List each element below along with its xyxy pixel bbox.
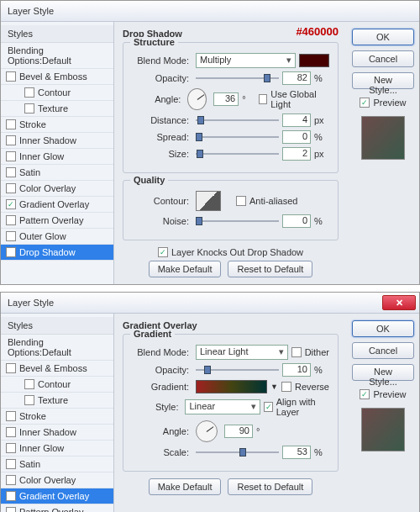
opacity-slider[interactable] xyxy=(196,364,279,376)
size-input[interactable]: 2 xyxy=(282,147,311,161)
sidebar-item-drop-shadow[interactable]: ✓Drop Shadow xyxy=(1,245,113,261)
effect-checkbox[interactable] xyxy=(6,183,16,193)
sidebar-blending-header[interactable]: Blending Options:Default xyxy=(1,335,113,361)
sidebar-item-inner-glow[interactable]: Inner Glow xyxy=(1,149,113,165)
sidebar-item-satin[interactable]: Satin xyxy=(1,165,113,181)
sidebar-item-bevel-emboss[interactable]: Bevel & Emboss xyxy=(1,361,113,377)
effect-checkbox[interactable] xyxy=(6,363,16,373)
ok-button[interactable]: OK xyxy=(352,320,414,337)
angle-input[interactable]: 90 xyxy=(224,425,253,438)
make-default-button[interactable]: Make Default xyxy=(149,261,222,277)
effect-checkbox[interactable] xyxy=(6,427,16,437)
effect-checkbox[interactable] xyxy=(6,507,16,512)
effect-checkbox[interactable] xyxy=(6,475,16,485)
cancel-button[interactable]: Cancel xyxy=(352,50,414,67)
effect-checkbox[interactable]: ✓ xyxy=(6,491,16,501)
new-style-button[interactable]: New Style... xyxy=(352,364,414,381)
distance-input[interactable]: 4 xyxy=(282,113,311,127)
reverse-checkbox[interactable] xyxy=(281,382,291,392)
scale-slider[interactable] xyxy=(196,446,279,458)
knockout-checkbox[interactable]: ✓ xyxy=(158,247,168,257)
preview-checkbox[interactable]: ✓ xyxy=(360,389,370,399)
reset-default-button[interactable]: Reset to Default xyxy=(228,261,312,277)
cancel-button[interactable]: Cancel xyxy=(352,342,414,359)
sidebar-item-satin[interactable]: Satin xyxy=(1,457,113,472)
sidebar-item-contour[interactable]: Contour xyxy=(1,85,113,101)
contour-picker[interactable] xyxy=(196,191,221,211)
preview-swatch xyxy=(361,408,405,451)
sidebar-item-inner-shadow[interactable]: Inner Shadow xyxy=(1,425,113,441)
use-global-light-checkbox[interactable] xyxy=(259,94,268,104)
new-style-button[interactable]: New Style... xyxy=(352,72,414,89)
sidebar-item-pattern-overlay[interactable]: Pattern Overlay xyxy=(1,504,113,512)
noise-slider[interactable] xyxy=(196,215,279,227)
effect-checkbox[interactable] xyxy=(24,87,34,98)
angle-wheel[interactable] xyxy=(187,88,207,110)
effect-checkbox[interactable] xyxy=(6,71,16,82)
reset-default-button[interactable]: Reset to Default xyxy=(228,478,312,495)
ok-button[interactable]: OK xyxy=(352,29,414,45)
sidebar-item-label: Inner Shadow xyxy=(19,135,76,145)
sidebar-item-pattern-overlay[interactable]: Pattern Overlay xyxy=(1,213,113,229)
preview-checkbox[interactable]: ✓ xyxy=(360,98,370,108)
sidebar-styles-header[interactable]: Styles xyxy=(1,25,113,43)
effect-checkbox[interactable] xyxy=(6,135,16,145)
effect-checkbox[interactable] xyxy=(24,395,34,405)
sidebar-item-inner-glow[interactable]: Inner Glow xyxy=(1,441,113,457)
effect-checkbox[interactable]: ✓ xyxy=(6,247,16,257)
effect-checkbox[interactable] xyxy=(24,379,34,389)
effect-checkbox[interactable] xyxy=(6,443,16,453)
sidebar-item-label: Pattern Overlay xyxy=(19,215,83,225)
effect-checkbox[interactable] xyxy=(6,231,16,241)
effect-checkbox[interactable]: ✓ xyxy=(6,199,16,209)
dither-checkbox[interactable] xyxy=(291,347,302,357)
sidebar-item-stroke[interactable]: Stroke xyxy=(1,117,113,133)
sidebar-item-contour[interactable]: Contour xyxy=(1,377,113,393)
effect-checkbox[interactable] xyxy=(6,215,16,225)
sidebar-item-texture[interactable]: Texture xyxy=(1,101,113,117)
sidebar-item-color-overlay[interactable]: Color Overlay xyxy=(1,181,113,197)
close-icon[interactable]: ✕ xyxy=(382,295,416,310)
blend-mode-combo[interactable]: Linear Light xyxy=(196,345,288,360)
noise-input[interactable]: 0 xyxy=(282,214,311,228)
angle-wheel[interactable] xyxy=(196,420,218,442)
scale-input[interactable]: 53 xyxy=(282,446,311,459)
spread-input[interactable]: 0 xyxy=(282,130,311,144)
effect-checkbox[interactable] xyxy=(6,167,16,177)
effect-checkbox[interactable] xyxy=(6,119,16,129)
sidebar: Styles Blending Options:Default Bevel & … xyxy=(1,22,114,284)
sidebar-styles-header[interactable]: Styles xyxy=(1,317,113,335)
opacity-input[interactable]: 10 xyxy=(282,363,311,377)
sidebar-item-label: Pattern Overlay xyxy=(19,507,83,512)
spread-slider[interactable] xyxy=(196,131,279,143)
scale-label: Scale: xyxy=(132,447,192,457)
sidebar-item-texture[interactable]: Texture xyxy=(1,393,113,409)
style-combo[interactable]: Linear xyxy=(185,399,260,414)
sidebar-item-label: Outer Glow xyxy=(19,231,66,241)
effect-checkbox[interactable] xyxy=(6,459,16,469)
sidebar-item-label: Gradient Overlay xyxy=(19,199,89,209)
sidebar-item-gradient-overlay[interactable]: ✓Gradient Overlay xyxy=(1,197,113,213)
effect-checkbox[interactable] xyxy=(6,411,16,421)
opacity-slider[interactable] xyxy=(196,72,279,84)
sidebar-item-stroke[interactable]: Stroke xyxy=(1,409,113,425)
angle-input[interactable]: 36 xyxy=(213,92,239,106)
sidebar-item-inner-shadow[interactable]: Inner Shadow xyxy=(1,133,113,149)
sidebar-item-bevel-emboss[interactable]: Bevel & Emboss xyxy=(1,69,113,85)
sidebar-item-outer-glow[interactable]: Outer Glow xyxy=(1,229,113,245)
sidebar-item-color-overlay[interactable]: Color Overlay xyxy=(1,472,113,488)
antialiased-checkbox[interactable] xyxy=(236,196,246,206)
blend-mode-combo[interactable]: Multiply xyxy=(196,53,296,68)
make-default-button[interactable]: Make Default xyxy=(149,478,222,495)
distance-slider[interactable] xyxy=(196,114,279,126)
effect-checkbox[interactable] xyxy=(24,103,34,113)
align-checkbox[interactable]: ✓ xyxy=(264,402,272,412)
effect-checkbox[interactable] xyxy=(6,151,16,161)
opacity-input[interactable]: 82 xyxy=(282,71,311,85)
sidebar-item-gradient-overlay[interactable]: ✓Gradient Overlay xyxy=(1,488,113,504)
gradient-picker[interactable] xyxy=(196,380,267,393)
sidebar-blending-header[interactable]: Blending Options:Default xyxy=(1,43,113,69)
structure-group: Structure Blend Mode: Multiply Opacity: … xyxy=(123,42,339,173)
shadow-color-swatch[interactable] xyxy=(299,54,329,67)
size-slider[interactable] xyxy=(196,148,279,160)
